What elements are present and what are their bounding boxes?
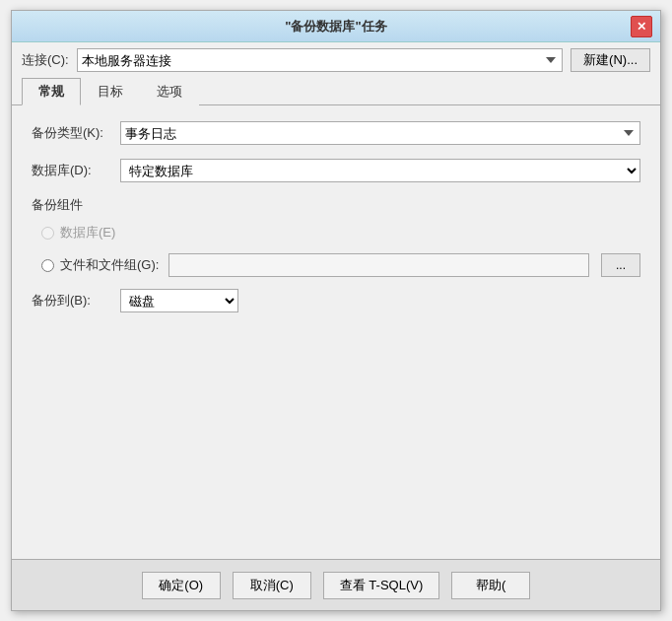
backup-component-label: 备份组件 (32, 197, 83, 212)
backup-to-select[interactable]: 磁盘 (120, 289, 238, 312)
backup-type-label: 备份类型(K): (32, 124, 120, 142)
radio-database-label: 数据库(E) (60, 224, 115, 242)
title-bar: "备份数据库"任务 ✕ (12, 11, 660, 42)
radio-file-row: 文件和文件组(G): (32, 256, 159, 274)
toolbar-row: 连接(C): 本地服务器连接 新建(N)... (12, 42, 660, 78)
database-select[interactable]: 特定数据库 (120, 159, 640, 182)
database-row: 数据库(D): 特定数据库 (32, 159, 640, 182)
radio-file[interactable] (41, 259, 54, 272)
backup-to-label: 备份到(B): (32, 292, 120, 310)
close-button[interactable]: ✕ (631, 16, 652, 37)
confirm-button[interactable]: 确定(O) (142, 572, 221, 599)
view-tsql-button[interactable]: 查看 T-SQL(V) (323, 572, 440, 599)
backup-type-select[interactable]: 事务日志 (120, 121, 640, 145)
radio-file-label: 文件和文件组(G): (60, 256, 159, 274)
tab-target[interactable]: 目标 (81, 78, 140, 105)
tab-options[interactable]: 选项 (140, 78, 199, 105)
connection-label: 连接(C): (22, 51, 69, 69)
radio-database-row: 数据库(E) (32, 224, 640, 242)
tabs-bar: 常规 目标 选项 (12, 78, 660, 105)
bottom-bar: 确定(O) 取消(C) 查看 T-SQL(V) 帮助( (12, 559, 660, 610)
database-label: 数据库(D): (32, 162, 120, 179)
file-browse-button[interactable]: ... (601, 253, 640, 277)
main-window: "备份数据库"任务 ✕ 连接(C): 本地服务器连接 新建(N)... 常规 目… (11, 10, 661, 611)
file-group-input[interactable] (168, 253, 589, 277)
backup-type-row: 备份类型(K): 事务日志 (32, 121, 640, 145)
tab-general[interactable]: 常规 (22, 78, 81, 105)
cancel-button[interactable]: 取消(C) (233, 572, 311, 599)
backup-to-row: 备份到(B): 磁盘 (32, 289, 640, 312)
new-button[interactable]: 新建(N)... (571, 48, 650, 72)
help-button[interactable]: 帮助( (451, 572, 530, 599)
window-title: "备份数据库"任务 (41, 18, 631, 35)
radio-database[interactable] (41, 227, 54, 240)
connection-select[interactable]: 本地服务器连接 (77, 48, 563, 72)
content-area: 备份类型(K): 事务日志 数据库(D): 特定数据库 备份组件 数据库(E) (12, 105, 660, 559)
